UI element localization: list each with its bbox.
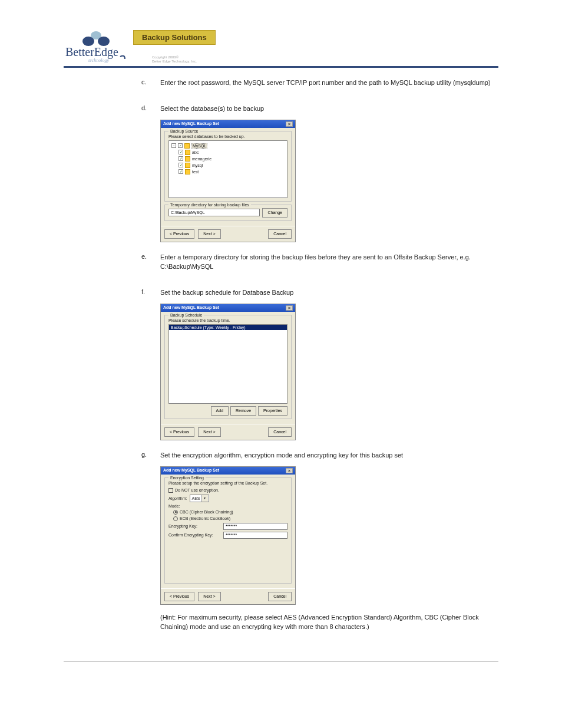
dialog-titlebar: Add new MySQL Backup Set × — [161, 304, 295, 312]
mode-ecb-row[interactable]: ECB (Electronic CookBook) — [168, 516, 287, 521]
banner-copyright: Copyright 2003© Better Edge Technology, … — [152, 55, 216, 64]
item-text: Set the backup schedule for Database Bac… — [160, 288, 498, 298]
mode-cbc-row[interactable]: CBC (Cipher Block Chaining) — [168, 510, 287, 515]
fieldset-legend: Backup Schedule — [168, 313, 204, 317]
page-header: BetterEdge technology Backup Solutions C… — [64, 28, 498, 68]
tree-label: MySQL — [191, 143, 207, 149]
key-input[interactable] — [223, 523, 287, 530]
checkbox-icon[interactable]: ✓ — [178, 150, 183, 154]
list-item-g: g. Set the encryption algorithm, encrypt… — [141, 451, 498, 638]
tree-label: abc — [192, 150, 199, 154]
svg-point-1 — [82, 37, 94, 46]
previous-button[interactable]: < Previous — [164, 592, 194, 601]
database-icon — [185, 156, 190, 162]
database-icon — [185, 163, 190, 168]
item-letter: e. — [141, 253, 160, 278]
checkbox-icon[interactable] — [168, 488, 173, 493]
mode-cbc-label: CBC (Cipher Block Chaining) — [180, 510, 233, 514]
cancel-button[interactable]: Cancel — [268, 229, 292, 239]
no-encrypt-label: Do NOT use encryption. — [175, 488, 219, 492]
dialog-titlebar: Add new MySQL Backup Set × — [161, 120, 295, 128]
schedule-listbox[interactable]: BackupSchedule (Type: Weekly - Friday) — [168, 324, 287, 404]
close-icon[interactable]: × — [286, 305, 293, 311]
tree-node[interactable]: ✓abc — [171, 149, 285, 156]
cancel-button[interactable]: Cancel — [268, 592, 292, 601]
item-text: Enter a temporary directory for storing … — [160, 253, 498, 272]
tempdir-input[interactable] — [168, 209, 260, 216]
key-label: Encrypting Key: — [168, 524, 221, 528]
item-text: Select the database(s) to be backup — [160, 104, 498, 114]
encryption-dialog: Add new MySQL Backup Set × Encryption Se… — [160, 466, 296, 605]
next-button[interactable]: Next > — [198, 427, 220, 437]
backup-schedule-dialog: Add new MySQL Backup Set × Backup Schedu… — [160, 304, 296, 440]
no-encrypt-row[interactable]: Do NOT use encryption. — [168, 488, 287, 493]
item-letter: g. — [141, 451, 160, 638]
confirm-key-row: Confirm Encrypting Key: — [168, 532, 287, 539]
collapse-icon[interactable]: − — [171, 143, 176, 148]
checkbox-icon[interactable]: ✓ — [178, 163, 183, 167]
tree-node[interactable]: ✓test — [171, 169, 285, 175]
dialog-title: Add new MySQL Backup Set — [163, 468, 286, 473]
mode-label: Mode: — [168, 504, 180, 508]
close-icon[interactable]: × — [286, 468, 293, 473]
svg-text:BetterEdge: BetterEdge — [65, 45, 118, 59]
fieldset-legend: Temporary directory for storing backup f… — [168, 203, 251, 207]
dialog-title: Add new MySQL Backup Set — [163, 121, 286, 127]
tree-node[interactable]: ✓menagerie — [171, 156, 285, 162]
confirm-key-input[interactable] — [223, 532, 287, 539]
confirm-key-label: Confirm Encrypting Key: — [168, 533, 221, 537]
schedule-list-item[interactable]: BackupSchedule (Type: Weekly - Friday) — [169, 325, 287, 330]
radio-icon[interactable] — [173, 510, 178, 515]
previous-button[interactable]: < Previous — [164, 427, 194, 437]
list-item-d: d. Select the database(s) to be backup A… — [141, 104, 498, 242]
item-letter: f. — [141, 288, 160, 440]
tempdir-fieldset: Temporary directory for storing backup f… — [164, 205, 292, 221]
tree-label: test — [192, 170, 199, 174]
database-icon — [185, 150, 190, 155]
remove-button[interactable]: Remove — [230, 406, 256, 416]
item-letter: c. — [141, 78, 160, 94]
properties-button[interactable]: Properties — [258, 406, 287, 416]
cancel-button[interactable]: Cancel — [268, 427, 292, 437]
algorithm-row: Algorithm: AES — [168, 495, 287, 502]
change-button[interactable]: Change — [262, 208, 287, 218]
backup-source-fieldset: Backup Source Please select databases to… — [164, 131, 292, 202]
checkbox-icon[interactable]: ✓ — [178, 156, 183, 161]
previous-button[interactable]: < Previous — [164, 229, 194, 239]
database-tree[interactable]: − ✓ MySQL ✓abc ✓menagerie ✓mysql ✓test — [168, 140, 287, 198]
encryption-fieldset: Encryption Setting Please setup the encr… — [164, 477, 292, 584]
hint-text: (Hint: For maximum security, please sele… — [160, 613, 498, 632]
svg-point-2 — [98, 37, 110, 46]
checkbox-icon[interactable]: ✓ — [178, 169, 183, 174]
radio-icon[interactable] — [173, 516, 178, 521]
add-button[interactable]: Add — [211, 406, 229, 416]
list-item-e: e. Enter a temporary directory for stori… — [141, 253, 498, 278]
next-button[interactable]: Next > — [198, 229, 220, 239]
next-button[interactable]: Next > — [198, 592, 220, 601]
item-text: Set the encryption algorithm, encryption… — [160, 451, 498, 460]
dialog-title: Add new MySQL Backup Set — [163, 305, 286, 311]
tree-node[interactable]: ✓mysql — [171, 162, 285, 169]
instruction-text: Please setup the encryption setting of t… — [168, 481, 287, 485]
logo-block: BetterEdge technology — [64, 28, 128, 64]
list-item-f: f. Set the backup schedule for Database … — [141, 288, 498, 440]
document-content: c. Enter the root password, the MySQL se… — [141, 78, 498, 638]
fieldset-legend: Encryption Setting — [168, 476, 206, 480]
item-letter: d. — [141, 104, 160, 242]
fieldset-legend: Backup Source — [168, 129, 200, 133]
database-icon — [185, 169, 190, 174]
close-icon[interactable]: × — [286, 121, 293, 127]
tree-label: menagerie — [192, 157, 211, 161]
database-icon — [184, 143, 190, 149]
algorithm-label: Algorithm: — [168, 496, 187, 500]
algorithm-select[interactable]: AES — [190, 495, 209, 502]
logo-icon: BetterEdge technology — [64, 28, 128, 64]
mode-ecb-label: ECB (Electronic CookBook) — [180, 516, 230, 521]
backup-source-dialog: Add new MySQL Backup Set × Backup Source… — [160, 120, 296, 242]
checkbox-icon[interactable]: ✓ — [178, 143, 183, 148]
banner-block: Backup Solutions Copyright 2003© Better … — [128, 30, 216, 64]
tree-node-root[interactable]: − ✓ MySQL — [171, 143, 285, 149]
banner-title: Backup Solutions — [133, 30, 216, 45]
document-page: BetterEdge technology Backup Solutions C… — [0, 0, 562, 697]
instruction-text: Please schedule the backup time. — [168, 318, 287, 322]
